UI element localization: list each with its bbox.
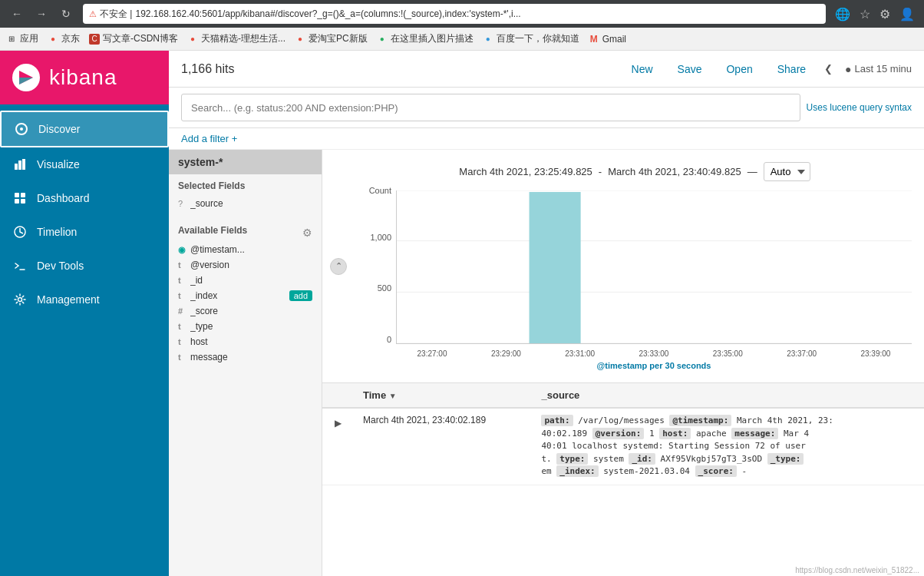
share-button[interactable]: Share (771, 60, 812, 78)
source-badge-path-key: path: (541, 415, 573, 426)
sidebar-item-visualize[interactable]: Visualize (0, 147, 169, 181)
field-id[interactable]: t _id (178, 273, 312, 288)
time-sort-icon: ▼ (389, 392, 397, 400)
sidebar-item-label-devtools: Dev Tools (37, 260, 84, 272)
apps-icon: ⊞ (6, 34, 17, 45)
field-type-hash: # (178, 306, 186, 316)
refresh-button[interactable]: ↻ (55, 3, 77, 25)
field-name-id: _id (190, 275, 312, 286)
top-bar: 1,166 hits New Save Open Share ❮ ● Last … (169, 51, 924, 88)
csdn-icon: C (89, 34, 100, 45)
bookmark-tmall[interactable]: ● 天猫精选-理想生活... (187, 32, 285, 45)
search-input[interactable] (181, 94, 800, 121)
source-badge-timestamp-key: @timestamp: (669, 415, 731, 426)
field-name-version: @version (190, 260, 312, 270)
translate-button[interactable]: 🌐 (832, 5, 853, 23)
fields-settings-button[interactable]: ⚙ (302, 223, 312, 242)
new-button[interactable]: New (625, 60, 659, 78)
field-timestamp[interactable]: ◉ @timestam... (178, 242, 312, 257)
add-index-field-button[interactable]: add (289, 290, 312, 301)
img-icon: ● (377, 34, 388, 45)
source-text-timestamp-val: March 4th 2021, 23: (737, 415, 833, 425)
time-cell: March 4th 2021, 23:40:02.189 (354, 408, 532, 485)
sidebar-item-label-discover: Discover (38, 123, 80, 135)
field-type-field[interactable]: t _type (178, 319, 312, 334)
index-pattern[interactable]: system-* (169, 150, 322, 174)
field-name-message: message (190, 352, 312, 362)
expand-cell[interactable]: ▶ (322, 408, 354, 485)
bookmark-img[interactable]: ● 在这里插入图片描述 (377, 32, 474, 45)
x-tick-2339: 23:39:00 (840, 349, 912, 358)
jd-icon: ● (48, 34, 58, 45)
sidebar-item-management[interactable]: Management (0, 283, 169, 316)
bookmark-taobao[interactable]: ● 爱淘宝PC新版 (295, 32, 368, 45)
source-text-version-val: 1 (649, 429, 659, 439)
field-score[interactable]: # _score (178, 303, 312, 319)
bookmark-button[interactable]: ☆ (856, 5, 873, 23)
y-tick-500: 500 (378, 283, 391, 293)
source-text-message-cont2: t. (541, 454, 556, 464)
sidebar-item-dashboard[interactable]: Dashboard (0, 181, 169, 215)
source-badge-index-key: _index: (556, 465, 598, 477)
save-button[interactable]: Save (672, 60, 708, 78)
x-axis-ticks: 23:27:00 23:29:00 23:31:00 23:33:00 23:3… (396, 346, 912, 358)
field-version[interactable]: t @version (178, 257, 312, 273)
source-text-type2-val: em (541, 466, 556, 476)
x-tick-2333: 23:33:00 (618, 349, 690, 358)
source-badge-score-key: _score: (695, 465, 737, 477)
field-message[interactable]: t message (178, 349, 312, 365)
source-badge-id-key: _id: (629, 453, 655, 465)
bookmark-baidu[interactable]: ● 百度一下，你就知道 (483, 32, 579, 45)
content-area: system-* Selected Fields ? _source Avail… (169, 150, 924, 576)
x-tick-2335: 23:35:00 (691, 349, 764, 358)
source-badge-message-key: message: (731, 428, 778, 439)
sidebar: kibana Discover Visualize Dashboard (0, 51, 169, 576)
source-cell: path: /var/log/messages @timestamp: Marc… (532, 408, 924, 485)
source-badge-version-key: @version: (592, 428, 645, 439)
add-filter-button[interactable]: Add a filter + (181, 133, 237, 144)
table-row: ▶ March 4th 2021, 23:40:02.189 path: /va… (322, 408, 924, 485)
forward-button[interactable]: → (31, 3, 52, 25)
field-index[interactable]: t _index add (178, 288, 312, 303)
kibana-logo-text: kibana (49, 65, 117, 90)
address-bar[interactable]: ⚠ 不安全 | 192.168.162.40:5601/app/kibana#/… (83, 4, 826, 24)
available-fields-title: Available Fields (178, 225, 247, 236)
available-fields-section: Available Fields ⚙ ◉ @timestam... t @ver… (169, 217, 322, 371)
bookmark-gmail[interactable]: M Gmail (589, 34, 626, 45)
visualize-icon (12, 157, 28, 172)
auto-interval-select[interactable]: Auto (764, 162, 810, 181)
x-tick-2327: 23:27:00 (396, 349, 468, 358)
field-host[interactable]: t host (178, 334, 312, 349)
sidebar-item-devtools[interactable]: Dev Tools (0, 249, 169, 283)
source-text-type-val: system (593, 454, 629, 464)
footer-watermark: https://blog.csdn.net/weixin_51822... (790, 564, 924, 576)
lucene-link[interactable]: Uses lucene query syntax (807, 102, 912, 113)
sidebar-item-discover[interactable]: Discover (0, 111, 169, 147)
collapse-chart-button[interactable]: ⌃ (330, 258, 347, 275)
time-range-display[interactable]: ● Last 15 minu (845, 63, 912, 75)
selected-fields-title: Selected Fields (178, 180, 312, 191)
sidebar-item-label-dashboard: Dashboard (37, 192, 90, 204)
back-button[interactable]: ← (6, 3, 28, 25)
bookmark-csdn[interactable]: C 写文章-CSDN博客 (89, 32, 178, 45)
chart-container: ⌃ March 4th 2021, 23:25:49.825 - March 4… (322, 150, 924, 383)
bookmark-jd[interactable]: ● 京东 (48, 32, 80, 45)
source-badge-type2-key: _type: (767, 453, 804, 465)
browser-nav: ← → ↻ (6, 3, 77, 25)
field-type-t4: t (178, 322, 186, 331)
svg-rect-5 (18, 161, 21, 170)
app-container: kibana Discover Visualize Dashboard (0, 51, 924, 576)
sidebar-logo[interactable]: kibana (0, 51, 169, 104)
svg-rect-6 (22, 159, 25, 170)
time-col-header[interactable]: Time ▼ (354, 383, 532, 408)
expand-row-button[interactable]: ▶ (332, 415, 345, 432)
svg-point-13 (18, 298, 22, 302)
field-source[interactable]: ? _source (178, 196, 312, 211)
open-button[interactable]: Open (720, 60, 758, 78)
sidebar-item-timelion[interactable]: Timelion (0, 215, 169, 249)
x-tick-2331: 23:31:00 (544, 349, 616, 358)
extension-button[interactable]: ⚙ (876, 5, 893, 23)
y-axis-labels: Count 1,000 500 0 (358, 190, 396, 344)
profile-button[interactable]: 👤 (896, 5, 918, 23)
bookmark-apps[interactable]: ⊞ 应用 (6, 32, 38, 45)
